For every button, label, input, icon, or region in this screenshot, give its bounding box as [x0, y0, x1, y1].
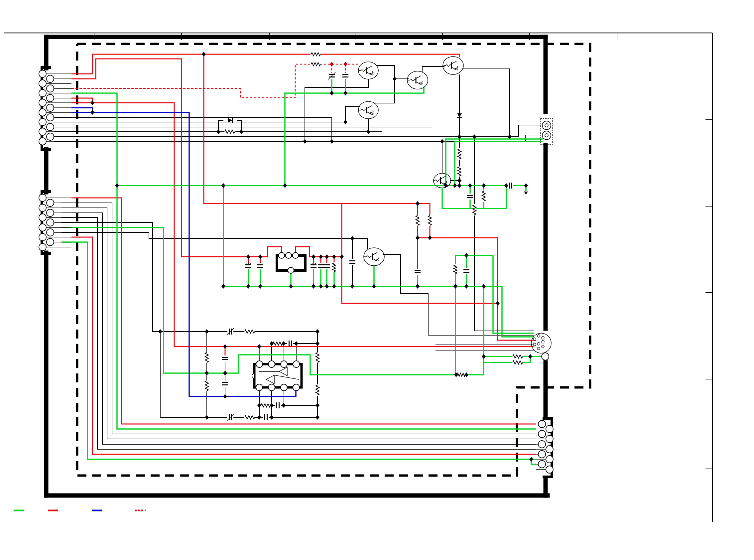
- junction-dot: [246, 284, 250, 289]
- junction-dot: [315, 341, 320, 346]
- filter-pin: [286, 253, 291, 258]
- wire-r: [72, 54, 460, 74]
- junction-dot: [465, 373, 468, 377]
- connector-pin: [46, 123, 54, 131]
- junction-dot: [158, 329, 162, 334]
- connector-pin: [46, 75, 54, 82]
- diode: [457, 114, 462, 117]
- junction-dot: [202, 52, 206, 57]
- connector-pin: [46, 199, 54, 206]
- wire-k: [54, 135, 543, 141]
- din-pin: [542, 345, 544, 348]
- junction-dot: [482, 284, 486, 289]
- connector-pin: [39, 70, 46, 78]
- ground-arrow: [524, 192, 528, 195]
- connector-pin: [546, 446, 553, 453]
- din-pin: [537, 347, 540, 350]
- wire-k: [61, 218, 536, 449]
- ic-pin: [268, 384, 275, 391]
- din-pin: [537, 342, 540, 345]
- junction-dot: [428, 236, 432, 240]
- junction-dot: [115, 183, 119, 188]
- transistor-collector: [367, 106, 372, 108]
- transistor-base-resistor: [361, 109, 367, 111]
- single-pin: [542, 353, 549, 360]
- junction-dot: [221, 284, 225, 289]
- transistor-body: [359, 62, 378, 79]
- connector-pin: [46, 133, 54, 140]
- wire-k: [376, 65, 394, 79]
- junction-dot: [393, 77, 396, 81]
- junction-dot: [457, 183, 462, 188]
- connector-pin: [46, 238, 54, 246]
- wire-k: [61, 208, 536, 439]
- junction-dot: [504, 183, 508, 188]
- junction-dot: [325, 254, 329, 259]
- junction-dot: [472, 134, 476, 139]
- wire-k: [345, 106, 360, 122]
- ic-pin: [293, 384, 300, 391]
- junction-dot: [415, 284, 420, 289]
- ic-pin: [281, 361, 287, 367]
- junction-dot: [453, 284, 457, 289]
- connector-pin: [546, 466, 553, 473]
- opamp-triangle: [266, 375, 274, 384]
- connector-pin: [546, 435, 553, 443]
- connector-pin: [39, 194, 46, 201]
- schematic-page: [0, 0, 754, 560]
- junction-dot: [465, 284, 468, 289]
- ic-pin: [293, 361, 300, 367]
- connector-pin: [538, 420, 546, 428]
- junction-dot: [221, 183, 225, 188]
- transistor-collector: [416, 76, 421, 79]
- din-pin: [533, 343, 536, 346]
- junction-dot: [246, 254, 250, 259]
- wire-g: [61, 242, 536, 459]
- connector-pin: [538, 461, 546, 468]
- wire-r: [204, 54, 417, 203]
- wires: [54, 54, 543, 464]
- wire-r: [72, 198, 536, 424]
- junction-dot: [508, 134, 512, 139]
- wire-k: [61, 213, 536, 444]
- junction-dot: [258, 284, 262, 289]
- junction-dot: [205, 371, 209, 376]
- junction-dot: [496, 301, 500, 306]
- connector-pin: [538, 441, 546, 448]
- connector-pin: [39, 214, 46, 221]
- transistor-collector: [441, 176, 446, 179]
- rca-jack-center: [545, 124, 548, 127]
- wire-r: [417, 238, 536, 340]
- connector-pin: [46, 209, 54, 217]
- connector-pin: [46, 104, 54, 112]
- junction-dot: [325, 284, 329, 289]
- transistor-base-resistor: [435, 180, 441, 182]
- wire-b: [72, 113, 296, 396]
- junction-dot: [311, 284, 315, 289]
- filter-pin: [279, 253, 285, 258]
- junction-dot: [457, 134, 462, 139]
- junction-dot: [482, 354, 486, 359]
- junction-dot: [257, 415, 261, 420]
- din-pin: [542, 337, 544, 339]
- junction-dot: [294, 341, 298, 346]
- connector-pin: [546, 425, 553, 433]
- junction-dot: [340, 254, 344, 259]
- junction-dot: [270, 341, 273, 346]
- components: [205, 53, 528, 421]
- wire-g: [455, 142, 543, 185]
- junction-dot: [366, 129, 370, 134]
- junction-dots: [90, 52, 533, 462]
- transistor-body: [359, 101, 378, 119]
- junction-dot: [257, 403, 261, 408]
- junction-dot: [350, 284, 354, 289]
- junction-dot: [343, 91, 347, 96]
- wire-k: [352, 238, 367, 249]
- junction-dot: [90, 100, 95, 105]
- din-pin: [542, 341, 544, 343]
- wire-r: [417, 203, 430, 238]
- junction-dot: [330, 62, 334, 66]
- din-pin: [537, 335, 540, 337]
- opamp-triangle: [279, 367, 287, 376]
- connector-pin: [39, 118, 46, 126]
